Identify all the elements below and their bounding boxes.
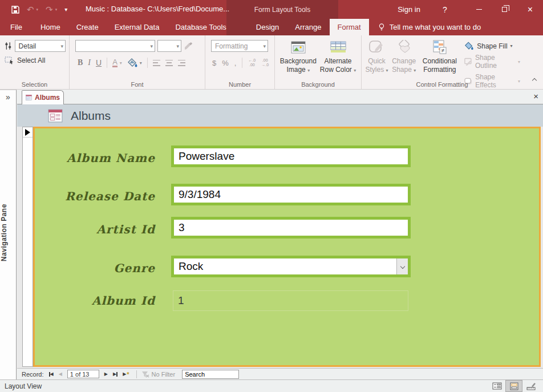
align-left-icon[interactable]	[153, 60, 160, 66]
redo-dropdown-icon[interactable]: ▾	[55, 7, 58, 12]
undo-icon[interactable]: ↶	[27, 5, 34, 14]
tab-design[interactable]: Design	[248, 19, 287, 35]
tab-database-tools[interactable]: Database Tools	[167, 19, 234, 35]
field-label-album-id: Album Id	[35, 290, 155, 311]
ribbon-group-selection: Detail ▾ Select All Selection	[0, 35, 70, 89]
undo-dropdown-icon[interactable]: ▾	[37, 7, 39, 12]
genre-combo-field[interactable]: Rock	[171, 256, 411, 277]
tab-external-data[interactable]: External Data	[107, 19, 168, 35]
tab-arrange[interactable]: Arrange	[287, 19, 329, 35]
object-combo[interactable]: Detail ▾	[15, 40, 66, 52]
release-date-value: 9/3/1984	[174, 188, 221, 201]
search-input[interactable]	[182, 370, 239, 379]
tell-me-box[interactable]: Tell me what you want to do	[378, 19, 481, 35]
last-record-button[interactable]: ▶	[113, 371, 117, 377]
svg-text:≠: ≠	[441, 47, 445, 54]
shape-fill-button[interactable]: Shape Fill ▾	[464, 42, 520, 50]
new-record-button[interactable]: ▶*	[123, 371, 129, 378]
record-selector-column[interactable]	[22, 127, 33, 367]
group-label-background: Background	[275, 81, 361, 88]
font-size-combo[interactable]: ▾	[157, 40, 181, 52]
restore-button[interactable]	[492, 0, 517, 19]
alternate-row-color-button[interactable]: AlternateRow Color ▾	[320, 38, 356, 81]
font-color-button[interactable]: A	[112, 58, 117, 67]
number-format-combo[interactable]: Formatting ▾	[211, 40, 268, 52]
album-id-value: 1	[173, 294, 184, 307]
tab-albums[interactable]: Albums	[22, 90, 64, 104]
qat-customize-icon[interactable]: ▾	[64, 7, 67, 13]
fill-color-icon[interactable]	[127, 58, 138, 67]
view-switcher	[488, 380, 540, 392]
tab-file[interactable]: File	[0, 19, 33, 35]
record-position-box[interactable]: 1 of 13	[67, 370, 99, 378]
minimize-button[interactable]	[466, 0, 492, 19]
tab-home[interactable]: Home	[33, 19, 68, 35]
help-icon[interactable]: ?	[436, 0, 453, 19]
format-painter-icon[interactable]	[184, 42, 193, 51]
group-label-control-formatting: Control Formatting	[362, 81, 522, 88]
font-name-combo[interactable]: ▾	[75, 40, 155, 52]
layout-view-button[interactable]	[505, 380, 522, 392]
change-shape-button[interactable]: ChangeShape ▾	[391, 38, 418, 81]
design-view-button[interactable]	[522, 380, 540, 392]
form-detail-section[interactable]: Album Name Powerslave Release Date 9/3/1…	[33, 127, 541, 367]
genre-dropdown-button[interactable]	[396, 258, 408, 274]
field-label-release-date: Release Date	[35, 185, 155, 207]
underline-button[interactable]: U	[96, 58, 102, 67]
quick-styles-button[interactable]: QuickStyles ▾	[365, 38, 388, 81]
select-all-button[interactable]: Select All	[5, 56, 66, 64]
release-date-field[interactable]: 9/3/1984	[171, 184, 411, 205]
artist-id-value: 3	[174, 221, 185, 234]
album-name-field[interactable]: Powerslave	[171, 146, 411, 167]
album-name-value: Powerslave	[174, 150, 234, 163]
expand-navigation-pane-icon[interactable]: »	[0, 90, 16, 102]
shape-outline-button[interactable]: Shape Outline ▾	[464, 54, 520, 70]
document-area: Albums × Albums Album Name Powerslave	[17, 90, 543, 379]
increase-decimals-icon[interactable]: ←.0.00	[248, 58, 256, 68]
collapse-ribbon-button[interactable]	[533, 74, 536, 84]
close-button[interactable]: ×	[517, 0, 543, 19]
triangle-left-icon: ◀	[50, 371, 54, 377]
navigation-pane-label: Navigation Pane	[0, 176, 16, 290]
navigation-pane-collapsed[interactable]: » Navigation Pane	[0, 90, 17, 379]
italic-button[interactable]: I	[88, 58, 91, 67]
first-record-button[interactable]: ◀	[49, 371, 54, 377]
view-status-label: Layout View	[0, 382, 42, 390]
tab-albums-label: Albums	[35, 94, 60, 102]
form-view-button[interactable]	[488, 380, 505, 392]
bold-button[interactable]: B	[78, 58, 83, 67]
previous-record-button[interactable]: ◀	[59, 371, 62, 377]
sign-in-button[interactable]: Sign in	[392, 0, 426, 19]
chevron-down-icon: ▾	[58, 43, 63, 49]
conditional-formatting-button[interactable]: ≠ ConditionalFormatting	[419, 38, 460, 81]
tab-create[interactable]: Create	[68, 19, 107, 35]
artist-id-field[interactable]: 3	[171, 217, 411, 239]
redo-icon[interactable]: ↷	[46, 5, 53, 14]
field-label-genre: Genre	[35, 257, 155, 279]
no-filter-button[interactable]: No Filter	[141, 371, 176, 378]
align-right-icon[interactable]	[178, 60, 185, 66]
triangle-left-icon: ◀	[59, 371, 62, 377]
object-combo-value: Detail	[19, 42, 37, 50]
percent-button[interactable]: %	[222, 59, 229, 67]
comma-button[interactable]: ,	[234, 59, 237, 67]
ribbon-group-font: ▾ ▾ B I U A ▾ ▾ Font	[70, 35, 205, 89]
chevron-down-icon[interactable]: ▾	[120, 60, 122, 66]
chevron-down-icon	[400, 264, 404, 269]
tab-format[interactable]: Format	[330, 19, 369, 35]
chevron-down-icon[interactable]: ▾	[140, 60, 142, 66]
close-document-icon[interactable]: ×	[533, 91, 538, 101]
conditional-formatting-icon: ≠	[432, 40, 448, 55]
decrease-decimals-icon[interactable]: .00→.0	[261, 58, 269, 68]
title-row: ↶ ▾ ↷ ▾ ▾ Music : Database- C:\Users\Fre…	[0, 0, 543, 19]
save-icon[interactable]	[11, 6, 19, 14]
ribbon-tab-row: File Home Create External Data Database …	[0, 19, 543, 35]
next-record-button[interactable]: ▶	[104, 371, 108, 377]
field-label-artist-id: Artist Id	[35, 219, 155, 240]
layout-view-icon	[510, 382, 518, 390]
currency-button[interactable]: $	[212, 59, 216, 67]
object-selector-icon	[5, 42, 12, 50]
background-image-button[interactable]: BackgroundImage ▾	[280, 38, 317, 81]
form-icon	[48, 109, 63, 123]
align-center-icon[interactable]	[165, 60, 173, 66]
